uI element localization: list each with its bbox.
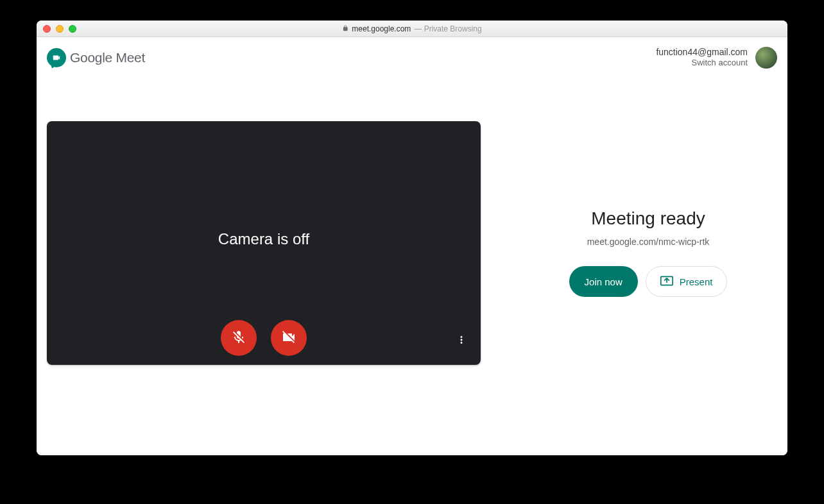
meeting-info-panel: Meeting ready meet.google.com/nmc-wicp-r… [519,121,777,365]
preview-controls [221,320,307,356]
present-button-label: Present [680,276,713,287]
avatar[interactable] [755,47,777,69]
address-bar[interactable]: meet.google.com — Private Browsing [342,24,481,33]
more-vert-icon [456,334,467,348]
camera-status-text: Camera is off [218,230,309,248]
minimize-window-button[interactable] [56,25,64,33]
camera-toggle-button[interactable] [271,320,307,356]
mic-off-icon [231,330,246,347]
more-options-button[interactable] [451,330,472,351]
logo-block[interactable]: Google Meet [47,48,145,67]
main-area: Camera is off [37,121,787,365]
product-name: Google Meet [70,50,145,65]
url-suffix: — Private Browsing [414,24,481,33]
browser-window: meet.google.com — Private Browsing Googl… [37,21,787,455]
close-window-button[interactable] [43,25,51,33]
meeting-actions: Join now Present [569,266,728,297]
meet-logo-icon [47,48,66,67]
present-button[interactable]: Present [646,266,728,297]
account-text: function44@gmail.com Switch account [656,46,748,69]
meeting-title: Meeting ready [591,208,705,229]
account-block: function44@gmail.com Switch account [656,46,777,69]
product-name-meet: Meet [116,50,145,65]
fullscreen-window-button[interactable] [69,25,76,33]
account-email: function44@gmail.com [656,46,748,58]
present-icon [660,276,673,288]
microphone-toggle-button[interactable] [221,320,257,356]
lock-icon [342,24,348,33]
camera-off-icon [281,330,296,347]
product-name-google: Google [70,50,116,65]
url-domain: meet.google.com [352,24,411,33]
video-preview: Camera is off [47,121,481,365]
titlebar: meet.google.com — Private Browsing [37,21,787,37]
page-header: Google Meet function44@gmail.com Switch … [37,37,787,75]
switch-account-link[interactable]: Switch account [656,58,748,69]
window-controls [43,25,76,33]
join-now-button[interactable]: Join now [569,266,638,297]
meeting-url: meet.google.com/nmc-wicp-rtk [587,237,710,247]
page-content: Google Meet function44@gmail.com Switch … [37,37,787,455]
